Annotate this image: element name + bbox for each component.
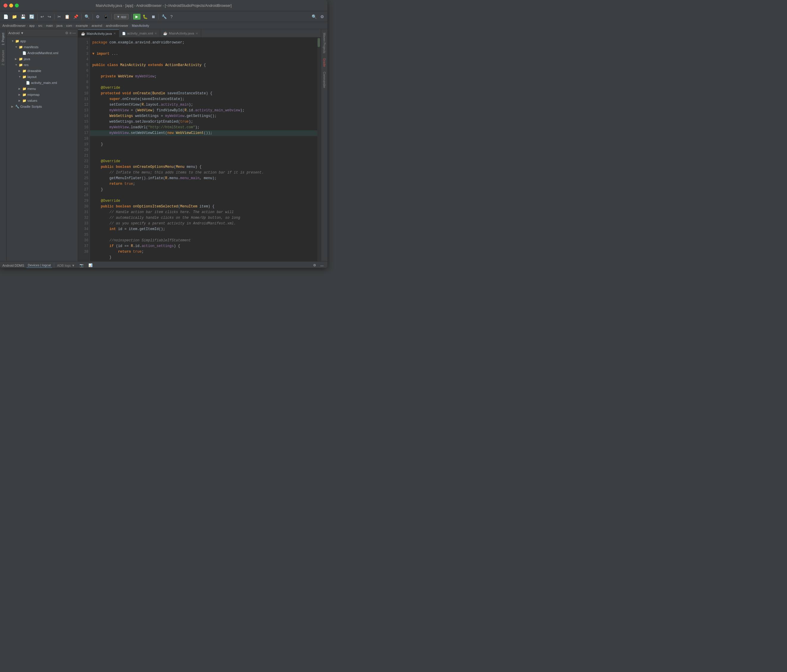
tab-project[interactable]: 1: Project xyxy=(1,31,6,47)
maximize-button[interactable] xyxy=(15,3,19,8)
tree-item-java[interactable]: ▶ 📁 java xyxy=(6,56,78,62)
tab-label-mainactivity-2: MainActivity.java xyxy=(169,32,194,35)
arrow-icon: ▼ xyxy=(15,63,18,66)
run-button[interactable]: ▶ xyxy=(133,14,141,20)
tree-item-androidmanifest[interactable]: 📄 AndroidManifest.xml xyxy=(6,50,78,56)
copy-btn[interactable]: 📋 xyxy=(63,13,71,20)
sync-btn[interactable]: 🔄 xyxy=(28,13,36,20)
bc-java[interactable]: java xyxy=(57,24,63,27)
tab-close-activity-main[interactable]: ✕ xyxy=(155,32,157,35)
bc-androidbrowser[interactable]: AndroidBrowser xyxy=(2,24,25,27)
new-file-btn[interactable]: 📄 xyxy=(2,13,10,20)
separator-7 xyxy=(158,14,159,20)
bottom-panel-controls: ⚙ — xyxy=(311,262,325,268)
tree-label-activity-main: activity_main.xml xyxy=(31,81,57,85)
tree-label-gradle: Gradle Scripts xyxy=(20,105,42,108)
arrow-icon: ▶ xyxy=(19,93,21,96)
tab-commander[interactable]: Commander xyxy=(322,70,327,90)
hide-icon[interactable]: — xyxy=(72,31,76,35)
separator-4 xyxy=(93,14,93,20)
hierarchy-btn[interactable]: 📊 xyxy=(87,262,94,268)
save-btn[interactable]: 💾 xyxy=(19,13,27,20)
tab-mainactivity-java-2[interactable]: ☕ MainActivity.java ✕ xyxy=(160,30,201,37)
bc-com[interactable]: com xyxy=(66,24,72,27)
tab-gradle[interactable]: Gradle xyxy=(322,56,327,69)
settings-btn[interactable]: ⚙ xyxy=(319,13,326,20)
find-btn[interactable]: 🔍 xyxy=(83,13,91,20)
bc-aravind[interactable]: aravind xyxy=(92,24,102,27)
bc-androidbrowser2[interactable]: androidbrowser xyxy=(106,24,128,27)
folder-icon: 📁 xyxy=(22,93,27,97)
gradle-sync-btn[interactable]: 🔧 xyxy=(160,13,168,20)
editor-scrollbar[interactable] xyxy=(317,38,321,261)
tree-item-activity-main-xml[interactable]: 📄 activity_main.xml xyxy=(6,80,78,86)
tab-structure[interactable]: 2: Structure xyxy=(1,48,6,67)
tree-item-app[interactable]: ▼ 📁 app xyxy=(6,38,78,44)
gradle-icon: 🔧 xyxy=(15,105,19,109)
debug-btn[interactable]: 🐛 xyxy=(141,13,149,20)
code-content[interactable]: package com.example.aravind.androidbrows… xyxy=(90,38,317,261)
tree-label-androidmanifest: AndroidManifest.xml xyxy=(27,51,58,55)
bc-example[interactable]: example xyxy=(76,24,88,27)
tree-item-gradle-scripts[interactable]: ▶ 🔧 Gradle Scripts xyxy=(6,104,78,109)
main-layout: 1: Project 2: Structure Android ▼ ⚙ ≡ — … xyxy=(0,29,327,261)
bc-mainactivity[interactable]: MainActivity xyxy=(132,24,149,27)
project-scope-label: Android ▼ xyxy=(8,31,24,35)
line-numbers: 1 2 3 4 5 6 7 8 9 10 11 12 13 14 15 16 1… xyxy=(78,38,90,261)
project-panel-header: Android ▼ ⚙ ≡ — xyxy=(6,29,78,37)
bottom-panel-header: Android DDMS Devices | logcat ADB logs ▼… xyxy=(0,262,327,268)
settings-icon[interactable]: ≡ xyxy=(70,31,71,35)
tree-item-res[interactable]: ▼ 📁 res xyxy=(6,62,78,68)
tab-devices-logcat[interactable]: Devices | logcat xyxy=(27,263,52,268)
titlebar: MainActivity.java - [app] - AndroidBrows… xyxy=(0,0,327,11)
tree-label-mipmap: mipmap xyxy=(27,93,40,96)
tab-mainactivity-java[interactable]: ☕ MainActivity.java ✕ xyxy=(78,30,119,37)
main-toolbar: 📄 📁 💾 🔄 ↩ ↪ ✂ 📋 📌 🔍 ⚙ 📱 ▼ app ▶ 🐛 ⏹ 🔧 ? … xyxy=(0,11,327,22)
settings-btn-panel[interactable]: ⚙ xyxy=(311,262,318,268)
folder-icon: 📁 xyxy=(19,45,23,49)
arrow-icon: ▶ xyxy=(19,69,21,72)
tree-item-layout[interactable]: ▼ 📁 layout xyxy=(6,74,78,80)
folder-icon: 📁 xyxy=(22,99,27,103)
avd-btn[interactable]: 📱 xyxy=(102,13,110,20)
tree-item-values[interactable]: ▶ 📁 values xyxy=(6,98,78,104)
tab-activity-main-xml[interactable]: 📄 activity_main.xml ✕ xyxy=(119,30,160,37)
close-button[interactable] xyxy=(3,3,8,8)
open-btn[interactable]: 📁 xyxy=(10,13,19,20)
paste-btn[interactable]: 📌 xyxy=(72,13,80,20)
app-selector[interactable]: ▼ app xyxy=(114,14,129,19)
gear-icon[interactable]: ⚙ xyxy=(65,31,68,35)
cut-btn[interactable]: ✂ xyxy=(56,13,63,20)
tab-close-mainactivity[interactable]: ✕ xyxy=(114,32,116,35)
bottom-panel: Android DDMS Devices | logcat ADB logs ▼… xyxy=(0,261,327,268)
tree-item-manifests[interactable]: ▼ 📁 manifests xyxy=(6,44,78,50)
help-btn[interactable]: ? xyxy=(169,13,174,20)
bc-main[interactable]: main xyxy=(46,24,53,27)
sdk-btn[interactable]: ⚙ xyxy=(94,13,101,20)
separator-5 xyxy=(111,14,112,20)
window-controls xyxy=(3,3,19,8)
ddms-label: Android DDMS xyxy=(2,264,24,267)
tree-item-menu[interactable]: ▶ 📁 menu xyxy=(6,86,78,91)
minimize-button[interactable] xyxy=(9,3,13,8)
tree-label-res: res xyxy=(24,63,28,67)
redo-btn[interactable]: ↪ xyxy=(46,13,53,20)
tab-label-mainactivity: MainActivity.java xyxy=(87,32,112,35)
tab-adb-logs[interactable]: ADB logs ▼ xyxy=(56,263,76,268)
close-panel-btn[interactable]: — xyxy=(319,262,325,268)
screenshot-btn[interactable]: 📷 xyxy=(78,262,85,268)
bc-app[interactable]: app xyxy=(29,24,35,27)
tree-label-java: java xyxy=(24,57,30,61)
search-everywhere-btn[interactable]: 🔍 xyxy=(310,13,318,20)
tree-item-drawable[interactable]: ▶ 📁 drawable xyxy=(6,68,78,74)
arrow-icon: ▶ xyxy=(11,105,14,108)
file-tree: ▼ 📁 app ▼ 📁 manifests 📄 AndroidManifest.… xyxy=(6,37,78,261)
separator xyxy=(54,263,54,268)
bottom-panel-tabs: Devices | logcat ADB logs ▼ 📷 📊 xyxy=(27,262,94,268)
tab-close-mainactivity-2[interactable]: ✕ xyxy=(196,32,198,35)
tree-item-mipmap[interactable]: ▶ 📁 mipmap xyxy=(6,91,78,98)
bc-src[interactable]: src xyxy=(38,24,43,27)
tab-maven[interactable]: Maven Projects xyxy=(322,31,327,55)
undo-btn[interactable]: ↩ xyxy=(39,13,46,20)
stop-btn[interactable]: ⏹ xyxy=(150,13,157,20)
